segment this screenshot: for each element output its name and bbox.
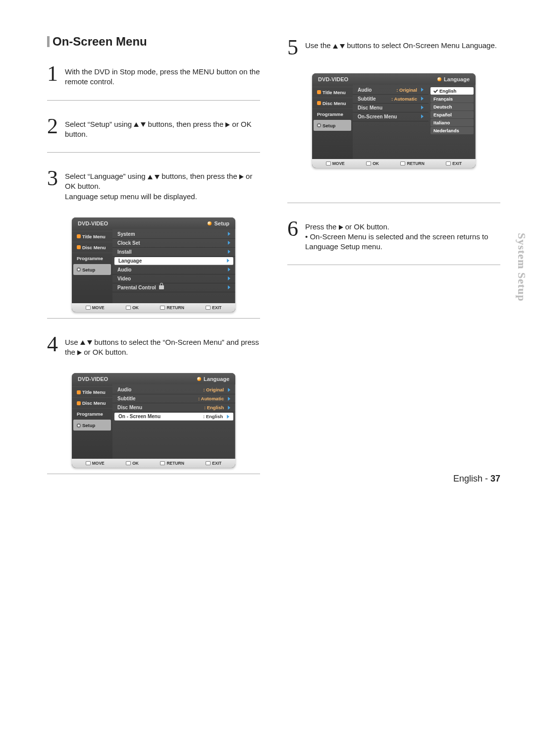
osd-menu-row: Language: [114, 257, 233, 265]
ok-icon: [126, 306, 131, 310]
arrow-right-icon: [228, 285, 230, 289]
osd-language-option: Español: [430, 111, 474, 118]
arrow-right-icon: [228, 388, 230, 392]
move-icon: [326, 162, 331, 165]
disc-icon: [77, 401, 81, 405]
osd-menu-row: Install: [112, 248, 235, 257]
osd-title: DVD-VIDEO: [318, 76, 348, 82]
osd-sidebar: Title Menu Disc Menu Programme Setup: [72, 384, 112, 459]
osd-footer: MOVE OK RETURN EXIT: [312, 159, 476, 168]
dot-icon: [208, 221, 212, 225]
triangle-down-icon: [155, 175, 160, 179]
step-text: Select “Setup” using buttons, then press…: [65, 116, 260, 140]
gear-icon: [77, 268, 81, 271]
ok-icon: [126, 461, 131, 465]
page-footer: English - 37: [453, 474, 500, 484]
step-number: 3: [47, 168, 58, 202]
triangle-up-icon: [333, 44, 338, 49]
triangle-right-icon: [77, 350, 82, 355]
osd-main: Audio: OriginalSubtitle: AutomaticDisc M…: [353, 85, 476, 159]
dot-icon: [197, 377, 201, 381]
triangle-down-icon: [87, 340, 92, 345]
step-text: With the DVD in Stop mode, press the MEN…: [65, 64, 260, 87]
step-5: 5 Use the buttons to select On-Screen Me…: [287, 35, 500, 64]
triangle-right-icon: [339, 225, 343, 230]
osd-menu-row: Disc Menu: English: [112, 403, 235, 412]
accent-bar-icon: [47, 36, 50, 47]
osd-screenshot-language-options: DVD-VIDEO Language Title Menu Disc Menu …: [312, 73, 476, 168]
return-icon: [160, 461, 165, 465]
step-text: Use the buttons to select On-Screen Menu…: [305, 38, 497, 57]
osd-menu-row: Subtitle: Automatic: [353, 95, 428, 104]
arrow-right-icon: [228, 406, 230, 410]
step-number: 4: [47, 334, 58, 358]
return-icon: [160, 306, 165, 310]
osd-menu-row: Disc Menu: [353, 104, 428, 112]
arrow-right-icon: [227, 415, 229, 419]
arrow-right-icon: [421, 106, 424, 109]
arrow-right-icon: [421, 114, 424, 118]
step-4: 4 Use buttons to select the “On-Screen M…: [47, 331, 260, 365]
osd-corner: Language: [204, 376, 229, 382]
osd-menu-row: Clock Set: [112, 239, 235, 248]
ok-icon: [366, 162, 371, 165]
disc-icon: [317, 90, 321, 94]
triangle-up-icon: [80, 340, 85, 345]
return-icon: [400, 162, 405, 165]
arrow-right-icon: [421, 97, 424, 101]
osd-language-option: Français: [430, 95, 474, 103]
side-tab: System Setup: [515, 233, 528, 302]
step-number: 6: [287, 219, 298, 252]
osd-menu-row: Video: [112, 274, 235, 283]
step-number: 5: [287, 38, 298, 57]
osd-language-option: Deutsch: [430, 103, 474, 110]
osd-menu-row: Audio: Original: [353, 86, 428, 95]
step-text: Use buttons to select the “On-Screen Men…: [65, 334, 260, 358]
step-2: 2 Select “Setup” using buttons, then pre…: [47, 113, 260, 147]
disc-icon: [317, 101, 321, 105]
triangle-up-icon: [134, 122, 139, 127]
step-text: Select “Language” using buttons, then pr…: [65, 168, 260, 202]
osd-screenshot-language: DVD-VIDEO Language Title Menu Disc Menu …: [72, 373, 235, 468]
osd-menu-row: Audio: Original: [112, 385, 235, 394]
osd-menu-row: Audio: [112, 266, 235, 274]
osd-corner: Language: [444, 76, 470, 82]
step-number: 2: [47, 116, 58, 140]
arrow-right-icon: [227, 259, 229, 263]
osd-footer: MOVE OK RETURN EXIT: [72, 303, 235, 312]
osd-title: DVD-VIDEO: [78, 220, 108, 226]
triangle-down-icon: [141, 122, 146, 127]
triangle-up-icon: [148, 175, 153, 179]
arrow-right-icon: [421, 88, 424, 92]
osd-menu-row: On - Screen Menu: English: [114, 413, 233, 421]
osd-menu-row: On-Screen Menu: [353, 112, 428, 121]
step-3: 3 Select “Language” using buttons, then …: [47, 165, 260, 209]
exit-icon: [446, 162, 451, 165]
triangle-right-icon: [225, 122, 230, 127]
osd-language-option: Nederlands: [430, 127, 474, 134]
osd-menu-row: Parental Control: [112, 283, 235, 292]
triangle-right-icon: [239, 174, 244, 179]
osd-screenshot-setup: DVD-VIDEO Setup Title Menu Disc Menu Pro…: [72, 217, 235, 312]
osd-footer: MOVE OK RETURN EXIT: [72, 459, 235, 468]
osd-language-option: English: [430, 87, 474, 95]
disc-icon: [77, 245, 81, 249]
osd-language-option: Italiano: [430, 119, 474, 126]
osd-menu-row: Subtitle: Automatic: [112, 394, 235, 403]
arrow-right-icon: [228, 232, 230, 236]
triangle-down-icon: [340, 44, 345, 49]
section-title: On-Screen Menu: [47, 35, 260, 49]
exit-icon: [206, 306, 211, 310]
arrow-right-icon: [228, 276, 230, 280]
osd-sidebar: Title Menu Disc Menu Programme Setup: [312, 85, 353, 159]
arrow-right-icon: [228, 241, 230, 245]
osd-main: SystemClock SetInstallLanguageAudioVideo…: [112, 229, 235, 303]
exit-icon: [206, 461, 211, 465]
osd-title: DVD-VIDEO: [78, 376, 108, 382]
disc-icon: [77, 234, 81, 238]
gear-icon: [77, 424, 81, 428]
osd-menu-row: System: [112, 230, 235, 239]
move-icon: [86, 461, 91, 465]
gear-icon: [317, 123, 321, 127]
step-6: 6 Press the or OK button. • On-Screen Me…: [287, 216, 500, 259]
